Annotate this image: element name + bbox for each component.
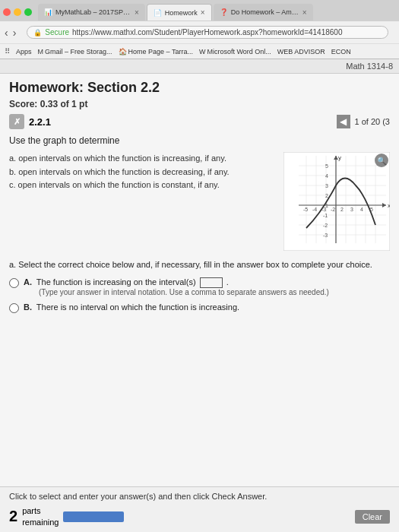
svg-text:4: 4 xyxy=(325,173,328,179)
svg-text:4: 4 xyxy=(360,207,363,212)
apps-icon: ⠿ xyxy=(5,47,10,55)
svg-text:3: 3 xyxy=(350,207,353,212)
question-parts-list: a. open intervals on which the function … xyxy=(9,152,276,192)
tab-mymathlab[interactable]: 📊 MyMathLab – 2017SP-MATH × xyxy=(38,4,145,21)
click-instruction: Click to select and enter your answer(s)… xyxy=(9,492,390,501)
answer-section: a. Select the correct choice below and, … xyxy=(9,258,390,313)
question-layout: a. open intervals on which the function … xyxy=(9,152,390,251)
bookmark-web-advisor-label: WEB ADVISOR xyxy=(277,48,325,55)
prev-button[interactable]: ◀ xyxy=(337,115,350,128)
traffic-lights xyxy=(3,8,32,16)
gmail-icon: M xyxy=(38,48,44,55)
svg-text:5: 5 xyxy=(325,163,328,169)
zoom-icon[interactable]: 🔍 xyxy=(375,154,388,167)
part-c: c. open intervals on which the function … xyxy=(9,179,276,192)
answer-input-box[interactable] xyxy=(200,277,223,288)
svg-text:-4: -4 xyxy=(312,207,317,212)
bookmark-home[interactable]: 🏠 Home Page – Tarra... xyxy=(119,48,193,55)
parts-info: 2 parts remaining xyxy=(9,505,124,527)
period-text: . xyxy=(226,277,229,287)
bookmark-web-advisor[interactable]: WEB ADVISOR xyxy=(277,48,325,55)
svg-text:-3: -3 xyxy=(323,233,328,238)
parts-row: 2 parts remaining Clear xyxy=(9,505,390,527)
option-b-label: B. xyxy=(24,302,32,312)
bookmark-econ-label: ECON xyxy=(331,48,351,55)
answer-prompt-text: a. Select the correct choice below and, … xyxy=(9,260,372,269)
maximize-button[interactable] xyxy=(24,8,32,16)
score-line: Score: 0.33 of 1 pt xyxy=(9,99,390,109)
graph-svg: x y -5 -4 -3 -2 2 3 4 5 5 4 3 2 1 -1 -2 … xyxy=(283,152,390,251)
bookmark-gmail[interactable]: M Gmail – Free Storag... xyxy=(38,48,112,55)
radio-a[interactable] xyxy=(9,278,19,288)
tab-close-icon[interactable]: × xyxy=(135,8,139,17)
question-number: ✗ 2.2.1 xyxy=(9,114,51,129)
option-a-text: The function is increasing on the interv… xyxy=(36,277,196,287)
address-bar[interactable]: 🔒 Secure https://www.mathxl.com/Student/… xyxy=(27,26,388,39)
radio-option-b[interactable]: B. There is no interval on which the fun… xyxy=(9,302,390,313)
part-b: b. open intervals on which the function … xyxy=(9,166,276,179)
pagination: ◀ 1 of 20 (3 xyxy=(337,115,390,128)
graph-container: 🔍 xyxy=(283,152,390,251)
bookmarks-bar: ⠿ Apps M Gmail – Free Storag... 🏠 Home P… xyxy=(0,43,399,59)
question-text: Use the graph to determine xyxy=(9,135,390,146)
address-text: https://www.mathxl.com/Student/PlayerHom… xyxy=(72,28,342,36)
svg-rect-0 xyxy=(283,152,390,251)
word-icon: W xyxy=(199,48,206,55)
question-parts: a. open intervals on which the function … xyxy=(9,152,276,251)
svg-text:-2: -2 xyxy=(323,223,328,228)
bookmark-apps-label: Apps xyxy=(16,48,32,55)
score-value: 0.33 of 1 pt xyxy=(40,99,88,109)
question-icon: ✗ xyxy=(9,114,24,129)
radio-b[interactable] xyxy=(9,303,19,313)
option-a-label: A. xyxy=(24,277,32,287)
option-a-content: A. The function is increasing on the int… xyxy=(24,277,329,296)
progress-bar xyxy=(63,511,124,522)
part-a: a. open intervals on which the function … xyxy=(9,152,276,166)
parts-number: 2 xyxy=(9,508,17,525)
svg-text:2: 2 xyxy=(340,207,344,212)
course-title: Math 1314-8 xyxy=(346,62,393,71)
radio-option-a[interactable]: A. The function is increasing on the int… xyxy=(9,277,390,296)
footer-area: Click to select and enter your answer(s)… xyxy=(0,486,399,532)
svg-text:-1: -1 xyxy=(323,213,328,218)
option-a-sub: (Type your answer in interval notation. … xyxy=(39,288,329,296)
svg-text:y: y xyxy=(338,154,341,161)
browser-chrome: 📊 MyMathLab – 2017SP-MATH × 📄 Homework ×… xyxy=(0,0,399,59)
homework-title: Homework: Section 2.2 xyxy=(9,80,390,96)
parts-label: parts remaining xyxy=(22,505,59,527)
minimize-button[interactable] xyxy=(14,8,21,16)
bookmark-apps[interactable]: Apps xyxy=(16,48,32,55)
address-bar-row: ‹ › 🔒 Secure https://www.mathxl.com/Stud… xyxy=(0,21,399,43)
svg-text:-5: -5 xyxy=(303,207,308,212)
bookmark-econ[interactable]: ECON xyxy=(331,48,351,55)
answer-prompt: a. Select the correct choice below and, … xyxy=(9,258,390,271)
option-b-content: B. There is no interval on which the fun… xyxy=(24,302,239,312)
question-header: ✗ 2.2.1 ◀ 1 of 20 (3 xyxy=(9,114,390,129)
main-content: Homework: Section 2.2 Score: 0.33 of 1 p… xyxy=(0,74,399,531)
svg-text:x: x xyxy=(388,202,390,209)
tab-close-icon-3[interactable]: × xyxy=(302,8,307,17)
page-info: 1 of 20 (3 xyxy=(355,117,390,126)
tab-bar: 📊 MyMathLab – 2017SP-MATH × 📄 Homework ×… xyxy=(0,0,399,21)
page-header: Math 1314-8 xyxy=(0,59,399,74)
svg-text:-2: -2 xyxy=(331,207,335,212)
close-button[interactable] xyxy=(3,8,11,16)
svg-text:3: 3 xyxy=(325,183,328,188)
option-b-text: There is no interval on which the functi… xyxy=(36,302,239,312)
tab-close-icon-2[interactable]: × xyxy=(201,8,205,17)
tab-homework[interactable]: 📄 Homework × xyxy=(147,4,212,21)
tab-do-homework[interactable]: ❓ Do Homework – Amber × xyxy=(214,4,313,21)
lock-icon: 🔒 xyxy=(33,29,42,36)
score-label: Score: xyxy=(9,99,37,109)
back-button[interactable]: ‹ xyxy=(5,27,8,39)
forward-button[interactable]: › xyxy=(13,27,17,39)
clear-button[interactable]: Clear xyxy=(355,510,390,524)
question-id: 2.2.1 xyxy=(29,116,51,128)
home-icon: 🏠 xyxy=(119,48,127,55)
secure-label: Secure xyxy=(45,28,69,36)
svg-text:2: 2 xyxy=(325,193,328,198)
bookmark-word[interactable]: W Microsoft Word Onl... xyxy=(199,48,271,55)
